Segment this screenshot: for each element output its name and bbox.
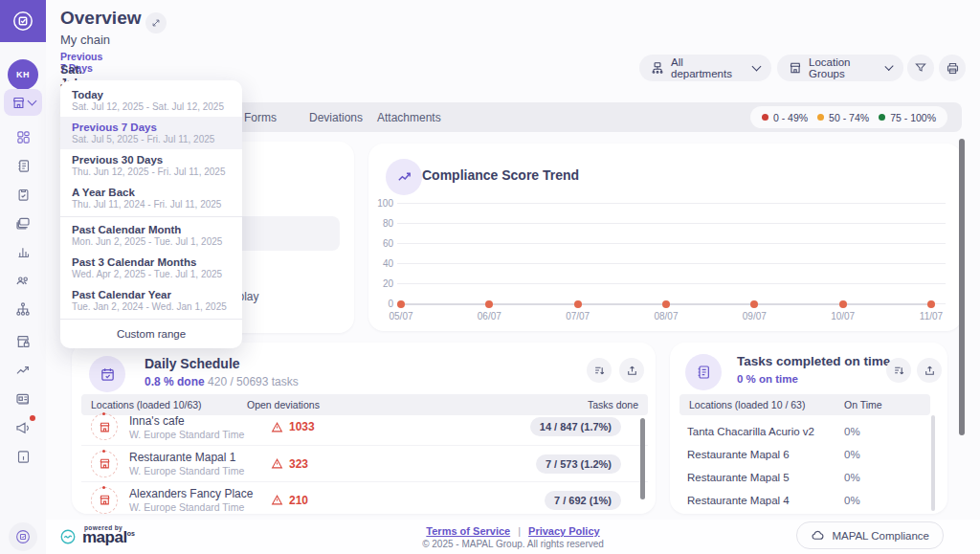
sidebar-item-people[interactable] xyxy=(0,267,46,294)
filter-button[interactable] xyxy=(907,55,934,81)
expand-button[interactable] xyxy=(145,12,167,33)
departments-filter-label: All departments xyxy=(671,56,746,79)
sidebar-item-announcements[interactable] xyxy=(0,414,46,441)
dropdown-item-past-3-calendar-months[interactable]: Past 3 Calendar Months Wed. Apr 2, 2025 … xyxy=(60,252,242,284)
print-button[interactable] xyxy=(939,55,966,81)
location-groups-filter-label: Location Groups xyxy=(809,56,880,79)
tab-attachments[interactable]: Attachments xyxy=(377,102,441,132)
dropdown-item-previous-7-days[interactable]: Previous 7 Days Sat. Jul 5, 2025 - Fri. … xyxy=(60,117,242,149)
terms-of-service-link[interactable]: Terms of Service xyxy=(426,525,510,537)
legend-label-mid: 50 - 74% xyxy=(829,112,869,123)
app-logo[interactable] xyxy=(0,0,46,42)
privacy-policy-link[interactable]: Privacy Policy xyxy=(528,525,600,537)
on-time-value: 0% xyxy=(844,426,860,437)
on-time-pct: 0 % on time xyxy=(737,373,798,385)
notification-dot xyxy=(30,415,35,421)
sidebar-item-checklist[interactable] xyxy=(0,181,46,208)
y-tick: 80 xyxy=(368,218,393,229)
tasks-table-header: Locations (loaded 10 / 63) On Time xyxy=(679,394,930,415)
people-icon xyxy=(15,273,31,288)
x-axis: 05/07 06/07 07/07 08/07 09/07 10/07 11/0… xyxy=(380,311,952,321)
table-row[interactable]: Restaurante Mapal 6 0% xyxy=(679,443,921,466)
trend-up-icon xyxy=(386,159,422,195)
export-button[interactable] xyxy=(619,358,644,383)
data-point xyxy=(574,300,582,308)
table-row[interactable]: Restaurante Mapal 1 W. Europe Standard T… xyxy=(81,445,648,481)
table-row[interactable]: Inna's cafe W. Europe Standard Time 1033… xyxy=(81,409,648,445)
dropdown-item-past-calendar-month[interactable]: Past Calendar Month Mon. Jun 2, 2025 - T… xyxy=(60,219,242,252)
data-point xyxy=(485,300,493,308)
sidebar-item-info[interactable] xyxy=(0,443,46,470)
dropdown-item-today[interactable]: Today Sat. Jul 12, 2025 - Sat. Jul 12, 2… xyxy=(60,84,242,117)
data-point xyxy=(839,300,847,308)
user-avatar[interactable]: KH xyxy=(8,59,38,90)
daily-schedule-card: Daily Schedule 0.8 % done 420 / 50693 ta… xyxy=(72,343,656,514)
store-icon xyxy=(789,61,802,75)
sidebar-item-locations[interactable] xyxy=(4,89,42,116)
sidebar-item-news[interactable] xyxy=(0,386,46,412)
bar-chart-icon xyxy=(16,245,31,259)
page-scrollbar[interactable] xyxy=(959,139,965,435)
dropdown-item-previous-30-days[interactable]: Previous 30 Days Thu. Jun 12, 2025 - Fri… xyxy=(60,149,242,182)
legend-green-dot xyxy=(879,114,885,121)
sidebar-item-trends[interactable] xyxy=(0,357,46,384)
location-groups-filter-button[interactable]: Location Groups xyxy=(777,55,903,81)
store-lock-icon xyxy=(15,334,31,349)
expand-diagonal-icon xyxy=(151,18,161,28)
x-tick: 06/07 xyxy=(468,311,510,321)
tasks-done-badge: 7 / 573 (1.2%) xyxy=(536,454,621,474)
location-timezone: W. Europe Standard Time xyxy=(129,465,271,476)
legend-amber-dot xyxy=(817,114,824,121)
compliance-button-label: MAPAL Compliance xyxy=(832,530,929,542)
sidebar-item-notebook[interactable] xyxy=(0,152,46,179)
tasks-on-time-title: Tasks completed on time xyxy=(737,354,890,368)
daily-tasks-summary: 420 / 50693 tasks xyxy=(208,375,299,388)
sidebar-item-store-admin[interactable] xyxy=(0,328,46,355)
sort-button[interactable] xyxy=(587,358,612,383)
app-root: KH xyxy=(0,0,980,554)
departments-icon xyxy=(651,61,664,75)
table-row[interactable]: Tanta Chacarilla Acurio v2 0% xyxy=(679,420,921,443)
custom-range-button[interactable]: Custom range xyxy=(60,321,242,344)
funnel-icon xyxy=(914,61,927,75)
sidebar-item-dashboard[interactable] xyxy=(0,123,46,150)
table-scrollbar[interactable] xyxy=(640,418,645,499)
departments-filter-button[interactable]: All departments xyxy=(639,55,771,81)
tab-forms[interactable]: Forms xyxy=(244,102,277,132)
deviation-count: 1033 xyxy=(289,420,315,433)
sidebar-brand-button[interactable] xyxy=(9,522,37,551)
news-card-icon xyxy=(15,391,31,407)
table-row[interactable]: Restaurante Mapal 4 0% xyxy=(679,489,921,512)
store-alert-icon xyxy=(91,487,118,514)
dropdown-item-past-calendar-year[interactable]: Past Calendar Year Tue. Jan 2, 2024 - We… xyxy=(60,284,242,317)
store-alert-icon xyxy=(91,451,118,477)
dropdown-item-range: Thu. Jun 12, 2025 - Fri. Jul 11, 2025 xyxy=(72,166,231,177)
warning-triangle-icon xyxy=(271,457,283,470)
mapal-compliance-button[interactable]: MAPAL Compliance xyxy=(796,521,944,549)
export-button[interactable] xyxy=(917,358,942,383)
gridline xyxy=(397,283,946,284)
calendar-icon xyxy=(89,356,125,392)
check-square-circle-icon xyxy=(14,528,32,545)
sidebar-item-screens[interactable] xyxy=(0,210,46,236)
table-scrollbar[interactable] xyxy=(931,415,935,511)
y-tick: 60 xyxy=(368,238,393,249)
sort-button[interactable] xyxy=(886,358,911,383)
dropdown-item-range: Wed. Apr 2, 2025 - Tue. Jul 1, 2025 xyxy=(72,269,231,279)
x-tick: 07/07 xyxy=(557,311,599,321)
data-point xyxy=(397,300,405,308)
tab-deviations[interactable]: Deviations xyxy=(309,102,363,132)
table-row[interactable]: Restaurante Mapal 5 0% xyxy=(679,466,921,489)
data-point xyxy=(750,300,758,308)
sidebar-item-hierarchy[interactable] xyxy=(0,296,46,322)
sidebar-item-reports[interactable] xyxy=(0,238,46,265)
dropdown-item-label: Previous 7 Days xyxy=(72,122,231,133)
chart-title: Compliance Score Trend xyxy=(422,167,579,183)
dropdown-item-a-year-back[interactable]: A Year Back Thu. Jul 11, 2024 - Fri. Jul… xyxy=(60,182,242,214)
gridline xyxy=(397,223,946,224)
store-icon xyxy=(11,96,26,110)
tasks-done-badge: 14 / 847 (1.7%) xyxy=(530,417,621,436)
table-row[interactable]: Alexanders Fancy Place W. Europe Standar… xyxy=(81,481,648,514)
warning-triangle-icon xyxy=(271,494,283,506)
chevron-down-icon xyxy=(884,61,893,70)
